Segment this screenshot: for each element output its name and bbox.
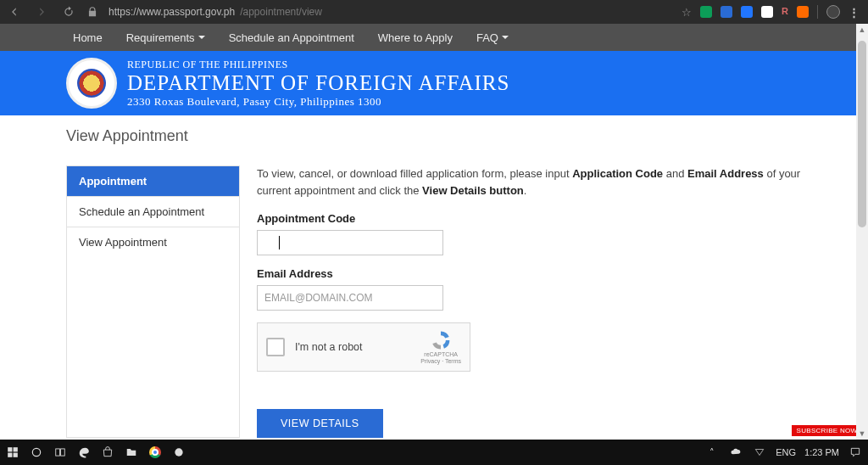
sidebar: Appointment Schedule an Appointment View…: [66, 165, 240, 438]
recaptcha-branding: reCAPTCHA Privacy · Terms: [420, 329, 461, 364]
recaptcha-checkbox[interactable]: [266, 338, 285, 356]
nav-faq[interactable]: FAQ: [476, 31, 509, 44]
page-viewport: Home Requirements Schedule an Appointmen…: [0, 24, 868, 440]
view-details-button[interactable]: VIEW DETAILS: [257, 409, 383, 438]
url-host: https://www.passport.gov.ph: [108, 6, 235, 18]
svg-point-4: [32, 448, 40, 456]
profile-avatar[interactable]: [826, 5, 840, 19]
keyboard-layout-icon[interactable]: [752, 445, 767, 460]
chevron-down-icon: [198, 36, 205, 39]
nav-home[interactable]: Home: [73, 31, 103, 44]
sidebar-item-appointment[interactable]: Appointment: [67, 166, 239, 197]
cortana-icon[interactable]: [29, 445, 44, 460]
scroll-up-arrow[interactable]: ▲: [856, 24, 868, 36]
banner-title: DEPARTMENT OF FOREIGN AFFAIRS: [127, 71, 509, 95]
text-cursor: [279, 236, 280, 249]
vertical-scrollbar[interactable]: ▲ ▼: [856, 24, 868, 440]
main-content: To view, cancel, or download filled appl…: [257, 165, 802, 438]
store-icon[interactable]: [100, 445, 115, 460]
chevron-down-icon: [502, 36, 509, 39]
scrollbar-thumb[interactable]: [858, 41, 866, 227]
main-nav: Home Requirements Schedule an Appointmen…: [0, 24, 868, 51]
sidebar-item-schedule[interactable]: Schedule an Appointment: [67, 197, 239, 227]
start-button[interactable]: [5, 445, 20, 460]
extension-icon[interactable]: [700, 6, 712, 18]
extension-icon[interactable]: [741, 6, 753, 18]
extension-icon[interactable]: [761, 6, 773, 18]
clock[interactable]: 1:23 PM: [804, 447, 839, 457]
file-explorer-icon[interactable]: [124, 445, 139, 460]
extension-icon[interactable]: [721, 6, 732, 18]
svg-rect-6: [61, 449, 65, 456]
windows-taskbar: ˄ ENG 1:23 PM: [0, 440, 868, 465]
dfa-seal-icon: [66, 58, 117, 109]
reload-button[interactable]: [61, 4, 76, 20]
browser-menu-icon[interactable]: ⋮: [849, 6, 861, 19]
nav-schedule[interactable]: Schedule an Appointment: [229, 31, 354, 44]
svg-rect-0: [8, 447, 12, 451]
extension-icon[interactable]: R: [782, 6, 788, 18]
site-banner: REPUBLIC OF THE PHILIPPINES DEPARTMENT O…: [0, 51, 868, 115]
banner-subtitle: REPUBLIC OF THE PHILIPPINES: [127, 59, 509, 71]
email-label: Email Address: [257, 267, 802, 280]
url-path: /appointment/view: [240, 6, 322, 18]
language-indicator[interactable]: ENG: [776, 447, 796, 457]
back-button[interactable]: [7, 4, 22, 20]
svg-rect-3: [14, 453, 18, 457]
extension-icon[interactable]: [797, 6, 809, 18]
nav-requirements[interactable]: Requirements: [126, 31, 205, 44]
instruction-text: To view, cancel, or download filled appl…: [257, 165, 802, 199]
action-center-icon[interactable]: [848, 445, 863, 460]
browser-extensions: ☆ R ⋮: [682, 5, 861, 19]
recaptcha-label: I'm not a robot: [295, 341, 410, 353]
svg-point-7: [175, 448, 182, 456]
bookmark-star-icon[interactable]: ☆: [682, 6, 692, 19]
svg-rect-2: [8, 453, 12, 457]
svg-rect-1: [14, 447, 18, 451]
banner-address: 2330 Roxas Boulevard, Pasay City, Philip…: [127, 95, 509, 109]
taskbar-app-icon[interactable]: [171, 445, 186, 460]
address-bar[interactable]: https://www.passport.gov.ph/appointment/…: [108, 6, 673, 18]
onedrive-icon[interactable]: [728, 445, 743, 460]
recaptcha-icon: [430, 329, 452, 351]
divider: [817, 5, 818, 19]
recaptcha-widget: I'm not a robot reCAPTCHA Privacy · Term…: [257, 322, 470, 372]
forward-button[interactable]: [34, 4, 49, 20]
browser-toolbar: https://www.passport.gov.ph/appointment/…: [0, 0, 868, 24]
lock-icon: [85, 4, 100, 20]
page-title: View Appointment: [66, 127, 802, 145]
svg-rect-5: [56, 449, 60, 456]
nav-where[interactable]: Where to Apply: [378, 31, 453, 44]
appointment-code-label: Appointment Code: [257, 212, 802, 225]
tray-up-icon[interactable]: ˄: [704, 445, 720, 460]
task-view-icon[interactable]: [53, 445, 68, 460]
chrome-icon[interactable]: [147, 445, 163, 460]
edge-icon[interactable]: [76, 445, 92, 460]
appointment-code-input[interactable]: [257, 230, 443, 255]
scroll-down-arrow[interactable]: ▼: [856, 428, 868, 440]
subscribe-badge[interactable]: SUBSCRIBE NOW!: [792, 425, 865, 436]
email-input[interactable]: [257, 285, 443, 311]
sidebar-item-view[interactable]: View Appointment: [67, 227, 239, 257]
